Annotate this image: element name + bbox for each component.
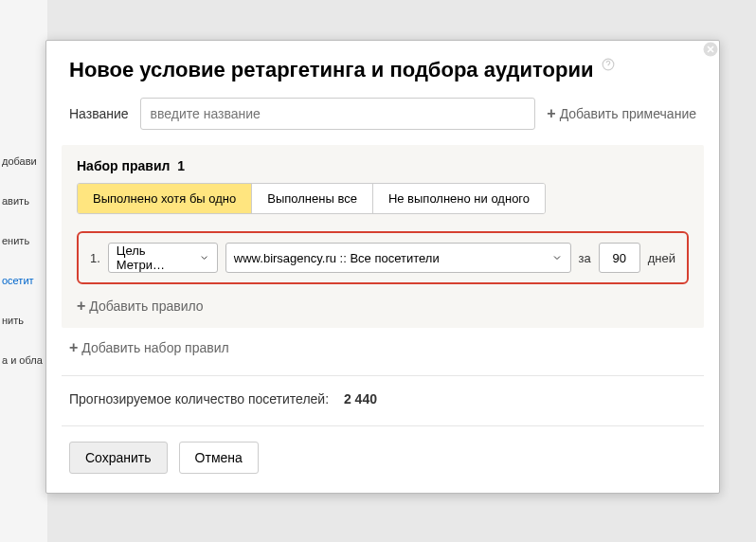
add-note-button[interactable]: + Добавить примечание xyxy=(547,105,696,122)
rule-row: 1. Цель Метри… www.birsagency.ru :: Все … xyxy=(77,231,689,284)
segment-none[interactable]: Не выполнено ни одного xyxy=(373,184,545,213)
chevron-down-icon xyxy=(551,252,563,263)
name-input[interactable] xyxy=(140,98,536,130)
forecast-row: Прогнозируемое количество посетителей: 2… xyxy=(46,391,719,425)
background-sidebar: добави авить енить осетит нить а и обла xyxy=(0,0,47,542)
cancel-button[interactable]: Отмена xyxy=(179,442,259,474)
forecast-label: Прогнозируемое количество посетителей: xyxy=(69,391,329,406)
rule-number: 1. xyxy=(90,251,100,265)
ruleset-block: Набор правил 1 Выполнено хотя бы одно Вы… xyxy=(62,145,704,328)
close-icon[interactable] xyxy=(700,39,721,60)
period-days-input[interactable] xyxy=(599,243,640,273)
add-rule-button[interactable]: + Добавить правило xyxy=(77,298,689,315)
plus-icon: + xyxy=(547,105,555,122)
plus-icon: + xyxy=(77,298,85,315)
rule-type-select[interactable]: Цель Метри… xyxy=(108,243,218,273)
ruleset-title: Набор правил 1 xyxy=(77,158,689,173)
add-ruleset-button[interactable]: + Добавить набор правил xyxy=(69,339,696,356)
rule-goal-select[interactable]: www.birsagency.ru :: Все посетители xyxy=(225,243,571,273)
help-icon[interactable] xyxy=(602,58,615,75)
period-for-label: за xyxy=(579,251,591,265)
modal-title: Новое условие ретаргетинга и подбора ауд… xyxy=(69,58,594,81)
name-label: Название xyxy=(69,106,129,121)
divider xyxy=(62,425,704,426)
save-button[interactable]: Сохранить xyxy=(69,442,168,474)
forecast-value: 2 440 xyxy=(344,391,377,406)
retargeting-modal: Новое условие ретаргетинга и подбора ауд… xyxy=(45,40,720,494)
plus-icon: + xyxy=(69,339,78,356)
segment-at-least-one[interactable]: Выполнено хотя бы одно xyxy=(78,184,252,213)
period-days-label: дней xyxy=(648,251,675,265)
chevron-down-icon xyxy=(199,252,209,263)
condition-segments: Выполнено хотя бы одно Выполнены все Не … xyxy=(77,183,546,214)
divider xyxy=(62,375,704,376)
segment-all[interactable]: Выполнены все xyxy=(252,184,373,213)
